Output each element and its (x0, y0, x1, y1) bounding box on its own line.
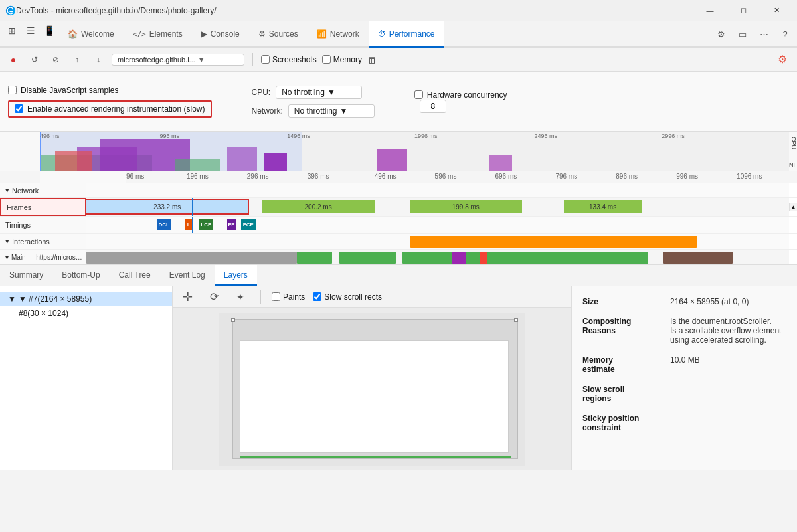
minimap-mark-2: 996 ms (159, 133, 179, 139)
trash-button[interactable]: 🗑 (367, 54, 377, 65)
layer-item-7[interactable]: ▼ ▼ #7(2164 × 58955) (0, 292, 172, 306)
slow-scroll-rects-label[interactable]: Slow scroll rects (313, 292, 382, 302)
handle-tl (231, 318, 235, 322)
tab-layers[interactable]: Layers (215, 265, 257, 286)
tab-sources[interactable]: ⚙ Sources (249, 21, 308, 48)
tab-elements[interactable]: </> Elements (124, 21, 192, 48)
screenshots-checkbox[interactable] (261, 55, 270, 64)
tab-bottom-up[interactable]: Bottom-Up (52, 265, 109, 286)
tab-console[interactable]: ▶ Console (192, 21, 249, 48)
layers-tree: ▼ ▼ #7(2164 × 58955) #8(30 × 1024) (0, 286, 173, 470)
bottom-panel: Summary Bottom-Up Call Tree Event Log La… (0, 264, 797, 470)
tab-performance[interactable]: ⏱ Performance (369, 21, 444, 48)
drawer-toggle-button[interactable]: ☰ (21, 21, 40, 40)
device-emulation-button[interactable]: 📱 (40, 21, 58, 40)
clear-button[interactable]: ⊘ (48, 52, 64, 68)
address-bar: microsoftedge.github.i... ▼ (112, 54, 244, 66)
disable-js-samples-label[interactable]: Disable JavaScript samples (8, 86, 212, 95)
network-label: Network: (252, 106, 283, 116)
panel-toggle-button[interactable]: ⊞ (3, 21, 21, 40)
network-label-text: Network (12, 187, 39, 195)
hardware-concurrency-checkbox[interactable] (414, 90, 423, 99)
network-throttle-dropdown[interactable]: No throttling ▼ (288, 104, 375, 118)
device-tab-button[interactable]: ▭ (733, 25, 752, 43)
interaction-bar[interactable] (410, 236, 698, 248)
minimap-bar-8 (377, 149, 407, 171)
upload-button[interactable]: ↑ (69, 52, 85, 68)
layers-main: ✛ ⟳ ✦ Paints Slow scroll rects (173, 286, 571, 470)
minimize-button[interactable]: — (695, 0, 725, 21)
frame-bar-1[interactable]: 200.2 ms (262, 200, 375, 213)
tab-call-tree[interactable]: Call Tree (110, 265, 160, 286)
layer-item-8[interactable]: #8(30 × 1024) (0, 306, 172, 321)
handle-tr (514, 318, 518, 322)
center-tool-button[interactable]: ✦ (231, 288, 250, 306)
ruler-mark-96: 96 ms (126, 173, 144, 180)
address-dropdown-icon[interactable]: ▼ (198, 56, 205, 64)
screenshots-checkbox-label[interactable]: Screenshots (261, 55, 317, 64)
titlebar-title: DevTools - microsoftedge.github.io/Demos… (16, 6, 695, 15)
welcome-icon: 🏠 (68, 29, 78, 39)
frame-bar-2[interactable]: 199.8 ms (410, 200, 522, 213)
settings-tab-button[interactable]: ⚙ (712, 25, 731, 43)
tab-extras: ⚙ ▭ ⋯ ? (712, 21, 794, 46)
main-bar-1 (86, 252, 297, 264)
rotate-tool-button[interactable]: ⟳ (205, 288, 223, 306)
frame-bar-selected[interactable]: 233.2 ms (86, 200, 248, 213)
layers-viewport[interactable] (173, 308, 571, 470)
timings-track-label[interactable]: Timings (0, 217, 86, 233)
tab-welcome[interactable]: 🏠 Welcome (58, 21, 124, 48)
tab-event-log[interactable]: Event Log (160, 265, 215, 286)
download-button[interactable]: ↓ (90, 52, 106, 68)
interactions-track-label[interactable]: ▾ Interactions (0, 234, 86, 249)
frame-bar-3[interactable]: 133.4 ms (564, 200, 641, 213)
detail-compositing-key: CompositingReasons (582, 317, 662, 345)
ruler-mark-196: 196 ms (187, 173, 209, 180)
main-bar-brown (663, 252, 733, 264)
paints-checkbox[interactable] (272, 292, 280, 301)
hardware-concurrency-input[interactable] (420, 100, 446, 113)
slow-scroll-rects-checkbox[interactable] (313, 292, 321, 301)
ruler-spacer (40, 171, 126, 183)
minimap-mark-6: 2996 ms (662, 133, 685, 139)
help-button[interactable]: ? (776, 25, 794, 43)
network-track-label[interactable]: ▾ Network (0, 183, 86, 197)
separator-1 (252, 53, 253, 66)
ruler-mark-1096: 1096 ms (737, 173, 762, 180)
cpu-label: CPU (789, 137, 797, 149)
tab-summary[interactable]: Summary (0, 265, 52, 286)
options-bar: Disable JavaScript samples Enable advanc… (0, 72, 797, 132)
memory-checkbox-label[interactable]: Memory (322, 55, 362, 64)
refresh-record-button[interactable]: ↺ (27, 52, 43, 68)
paints-checkbox-label[interactable]: Paints (272, 292, 305, 302)
move-tool-button[interactable]: ✛ (178, 288, 197, 306)
main-track-content (86, 250, 789, 264)
disable-js-samples-checkbox[interactable] (8, 86, 17, 94)
main-bar-purple (452, 252, 466, 264)
timing-cursor-line (192, 217, 193, 233)
memory-checkbox[interactable] (322, 55, 331, 64)
interactions-track-content (86, 234, 789, 249)
timings-track-content: DCL L LCP FP FCP (86, 217, 789, 233)
cpu-throttle-dropdown[interactable]: No throttling ▼ (276, 86, 362, 99)
frames-track-label[interactable]: Frames (0, 198, 86, 216)
more-tabs-button[interactable]: ⋯ (754, 25, 773, 43)
network-dropdown-chevron-icon: ▼ (340, 106, 348, 116)
sources-icon: ⚙ (258, 29, 266, 39)
hardware-concurrency-label[interactable]: Hardware concurrency (414, 90, 507, 100)
advanced-rendering-checkbox[interactable] (15, 104, 23, 113)
ruler-mark-396: 396 ms (308, 173, 329, 180)
tab-network[interactable]: 📶 Network (308, 21, 369, 48)
timing-lcp: LCP (199, 219, 213, 230)
close-button[interactable]: ✕ (761, 0, 792, 21)
record-button[interactable]: ● (5, 52, 21, 68)
timeline-minimap[interactable]: 496 ms 996 ms 1496 ms 1996 ms 2496 ms 29… (0, 132, 797, 171)
maximize-button[interactable]: ◻ (728, 0, 758, 21)
devtools-settings-button[interactable]: ⚙ (773, 50, 792, 69)
advanced-rendering-label[interactable]: Enable advanced rendering instrumentatio… (15, 104, 205, 114)
layers-toolbar: ✛ ⟳ ✦ Paints Slow scroll rects (173, 286, 571, 308)
main-bar-red (480, 252, 487, 264)
interactions-label-text: Interactions (12, 238, 50, 246)
main-track-label[interactable]: ▾ Main — https://microsoftedge.github.io… (0, 250, 86, 264)
frames-scroll-up[interactable]: ▲ (790, 203, 797, 211)
